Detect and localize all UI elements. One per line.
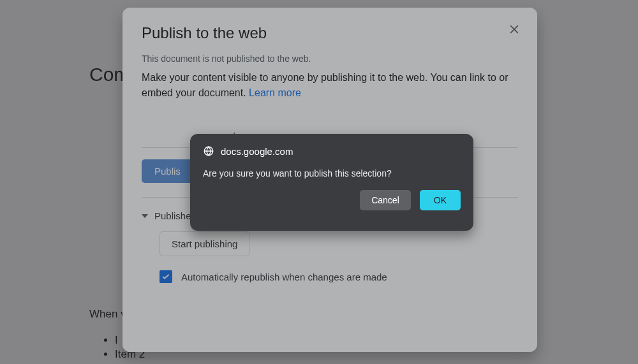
- confirm-domain: docs.google.com: [221, 146, 293, 157]
- confirm-message: Are you sure you want to publish this se…: [203, 168, 461, 178]
- cancel-button-label: Cancel: [371, 195, 399, 205]
- cancel-button[interactable]: Cancel: [360, 190, 411, 210]
- confirm-buttons: Cancel OK: [203, 190, 461, 210]
- globe-icon: [203, 145, 214, 157]
- ok-button[interactable]: OK: [420, 190, 461, 210]
- confirm-dialog: docs.google.com Are you sure you want to…: [190, 134, 473, 231]
- ok-button-label: OK: [434, 195, 447, 205]
- confirm-header: docs.google.com: [203, 145, 461, 157]
